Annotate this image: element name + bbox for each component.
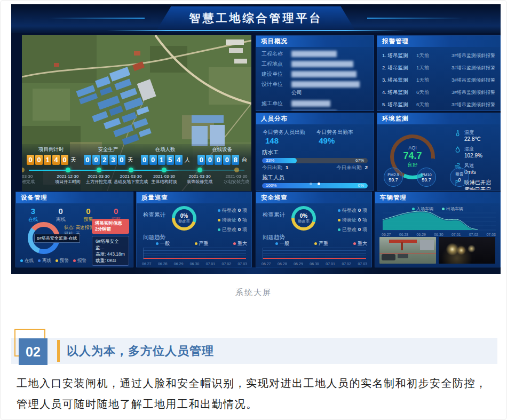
absent-label: 今日未出勤 [336, 189, 362, 191]
absent-value: 0 [365, 189, 368, 191]
alarm-item[interactable]: 2. 塔吊监测 1天前 3#塔吊监测倾斜报警 [382, 65, 495, 72]
attendance-count-label: 今日劳务人员出勤 [263, 129, 305, 135]
rectification-donut-chart: 0% 整改率 [291, 206, 316, 231]
legend-item: 严重 [195, 240, 209, 247]
rectification-donut-chart: 0% 整改率 [172, 206, 196, 231]
counter-unit: 天 [70, 156, 76, 164]
panel-header: 质量巡查 [137, 192, 251, 203]
alarm-type: 5. 塔吊监测 [382, 101, 416, 108]
legend-dot [338, 228, 340, 231]
panel-safety-inspection: 安全巡查 检查累计 0% 整改率 待整改0项 待验证0项 已整改0项 问题趋势 [256, 192, 372, 267]
alarm-item[interactable]: 4. 塔吊监测 6天前 3#塔吊监测倾斜报警 [382, 89, 495, 96]
x-axis-labels: 06.2706.2806.2906.3007.0107.0207.03 [262, 262, 367, 266]
blurred-value: ████████████████████ [291, 71, 357, 77]
panel-title: 设备管理 [21, 194, 47, 201]
panel-environment-monitor: 环境监测 AQI 74.7 良好 温度22.8℃ 湿度102.9% [377, 113, 501, 191]
alarm-type: 2. 塔吊监测 [382, 65, 416, 72]
x-tick-label: 07.03 [237, 262, 247, 266]
trend-legend: 一般 严重 重大 [275, 240, 367, 247]
x-tick-label: 06.28 [158, 262, 168, 266]
attend-value: 1 [286, 164, 288, 170]
legend-dot [156, 242, 159, 245]
panel-personnel-distribution: 人员分布 今日劳务人员出勤148 今日劳务出勤率49% 防水工 33% 67% [256, 113, 374, 191]
blurred-value: ████████████ [291, 100, 330, 107]
legend-dot [275, 242, 278, 245]
panel-header: 安全巡查 [256, 192, 371, 203]
alarm-message: 3#塔吊监测倾斜报警 [437, 89, 495, 96]
panel-header: 环境监测 [377, 113, 500, 124]
camera-snapshot-day[interactable] [379, 237, 436, 264]
bar-left-percent: 33% [266, 158, 274, 163]
stat-value: 0 [75, 207, 102, 216]
donut-tooltip: 6#塔吊安全监测-在线 [34, 234, 80, 243]
overview-field: 工程地点 ███████████████████ [262, 61, 368, 67]
site-map-panel: 项目倒计时 00140 天 安全生产 00230 天 [22, 35, 251, 191]
alarm-message: 3#塔吊监测倾斜报警 [437, 101, 495, 108]
panel-equipment-management: 设备管理 3 在线 0 离线 0 预警 [15, 192, 133, 267]
counter-label: 安全生产 [83, 146, 133, 153]
alarm-item[interactable]: 3. 塔吊监测 1天前 3#塔吊监测倾斜报警 [382, 77, 495, 84]
legend-item: 待验证0项 [218, 217, 247, 224]
dashboard-footer-bar [11, 267, 501, 274]
panel-title: 车辆管理 [380, 194, 407, 201]
rectification-rate-label: 整改率 [178, 219, 191, 224]
blurred-value: ██████████████ [291, 110, 337, 111]
attendance-rate: 49% [319, 136, 335, 145]
section-accent-bar [57, 340, 60, 362]
trend-line-chart [143, 248, 246, 259]
pm-value: 59.7 [422, 177, 431, 183]
panel-header: 设备管理 [16, 192, 133, 203]
x-tick-label: 06.27 [142, 262, 152, 266]
alarm-item[interactable]: 1. 塔吊监测 1天前 3#塔吊监测倾斜报警 [382, 52, 495, 59]
stat-label: 离线 [47, 216, 75, 223]
overview-company-line: 公司 [291, 89, 368, 97]
personnel-stats: 今日劳务人员出勤148 今日劳务出勤率49% [256, 124, 374, 146]
legend-item: 报警 [73, 258, 86, 264]
milestone-dot [234, 168, 239, 172]
alarm-time: 1天前 [416, 77, 437, 84]
vehicle-area-chart [377, 209, 499, 232]
counter-label: 在线设备 [197, 146, 247, 153]
crane-alert-badge[interactable]: 塔吊实时信息 2分钟前 [92, 219, 129, 234]
legend-item: 待整改0项 [338, 207, 367, 214]
rectification-rate: 0% [180, 213, 188, 219]
pm-name: PM2.5 [387, 172, 399, 177]
figure-caption: 系统大屏 [1, 288, 506, 298]
fog-cannon-status: 雾炮已开启 [464, 186, 491, 191]
equipment-stat: 0 离线 [47, 207, 75, 223]
inspection-legend: 待整改0项 待验证0项 已整改0项 [218, 207, 247, 236]
alarm-type: 4. 塔吊监测 [382, 89, 416, 96]
alarm-item[interactable]: 5. 塔吊监测 6天前 3#塔吊监测倾斜报警 [382, 101, 495, 108]
thermometer-icon [454, 130, 461, 137]
panel-title: 项目概况 [261, 38, 288, 44]
header-accent-line-right [367, 18, 463, 19]
legend-item: 待验证0项 [338, 217, 367, 224]
counter-group: 在线设备 00008 台 [197, 146, 247, 165]
carousel-dot[interactable] [310, 183, 312, 185]
dashboard-title: 智慧工地综合管理平台 [189, 11, 323, 26]
x-tick-label: 07.02 [342, 262, 351, 266]
panel-quality-inspection: 质量巡查 检查累计 0% 整改率 待整改0项 待验证0项 已整改0项 问题趋势 [136, 192, 252, 267]
panel-header: 报警管理 [377, 36, 500, 47]
attendance-count: 148 [265, 136, 279, 145]
x-tick-label: 07.03 [486, 233, 496, 236]
camera-snapshot-night[interactable] [439, 237, 495, 264]
x-tick-label: 07.01 [326, 262, 335, 266]
counter-digits: 00140 [26, 155, 69, 165]
legend-dot [218, 209, 220, 212]
body-paragraph: 工地入口安装闸机，通过人脸和安全帽识别，实现对进出工地人员的实名制和初步安全防控… [17, 373, 493, 415]
pm-name: PM10 [421, 172, 432, 177]
metric-temperature: 温度22.8℃ [454, 129, 496, 142]
carousel-dot-active[interactable] [318, 183, 320, 185]
metric-humidity: 湿度102.9% [454, 146, 496, 159]
legend-dot [56, 259, 58, 262]
blurred-value: ██████████████ [291, 51, 337, 57]
attend-value: 1 [286, 189, 288, 191]
timeline-milestone: 2021-03-30 装饰装修完成 [179, 166, 220, 185]
cumulative-label: 检查累计 [263, 211, 285, 219]
attend-label: 今日出勤 [262, 189, 282, 191]
milestone-timeline: 2021-12-30 项目开工时间 2021-03-30 土方开挖完成 2021 [22, 166, 251, 188]
stat-value: 0 [47, 207, 75, 216]
legend-item: 严重 [314, 240, 328, 247]
dashboard-title-banner: 智慧工地综合管理平台 [157, 6, 355, 29]
